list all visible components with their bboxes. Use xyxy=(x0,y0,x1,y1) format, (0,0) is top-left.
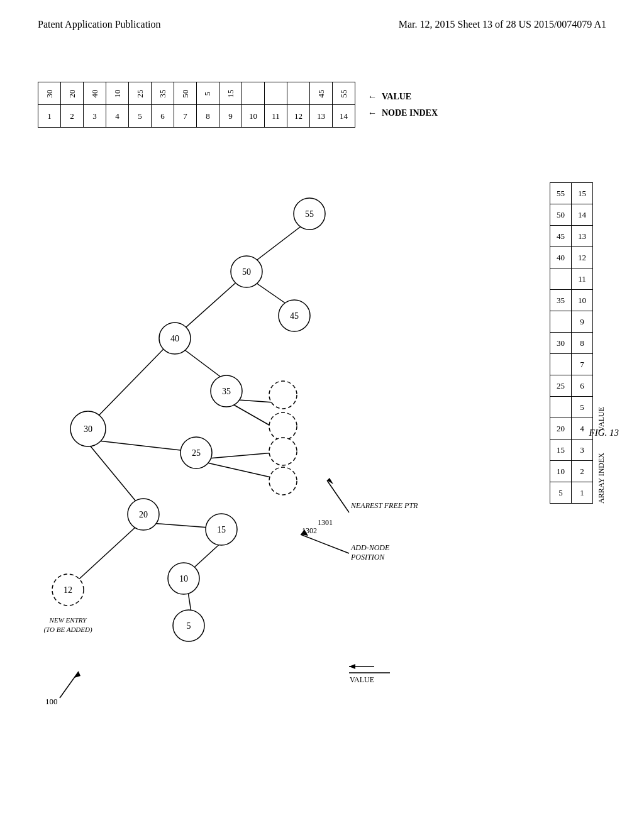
svg-text:40: 40 xyxy=(170,334,179,343)
table-row: 308 xyxy=(550,333,593,354)
top-array-section: 30 20 40 10 25 35 50 5 15 45 55 1234567 … xyxy=(38,82,438,128)
table-row: 51 xyxy=(550,482,593,504)
svg-line-45 xyxy=(60,672,79,698)
svg-text:ADD-NODE: ADD-NODE xyxy=(350,543,390,552)
page-header: Patent Application Publication Mar. 12, … xyxy=(0,0,644,36)
table-row: 11 xyxy=(550,268,593,290)
header-right: Mar. 12, 2015 Sheet 13 of 28 US 2015/007… xyxy=(399,19,606,30)
svg-line-7 xyxy=(93,440,192,451)
svg-point-31 xyxy=(269,438,297,465)
table-row: 204 xyxy=(550,418,593,440)
svg-text:100: 100 xyxy=(45,697,58,706)
svg-text:20: 20 xyxy=(139,510,148,519)
svg-text:12: 12 xyxy=(64,585,72,595)
svg-text:30: 30 xyxy=(84,424,92,434)
table-row: 4513 xyxy=(550,226,593,247)
main-diagram: 55 50 45 40 35 30 25 20 15 10 5 12 NEW E… xyxy=(0,163,516,792)
table-row: 256 xyxy=(550,375,593,397)
svg-text:VALUE: VALUE xyxy=(350,675,374,684)
svg-text:50: 50 xyxy=(242,267,251,277)
fig-label: FIG. 13 xyxy=(589,428,619,438)
svg-text:10: 10 xyxy=(179,574,188,584)
table-row: 3510 xyxy=(550,290,593,311)
right-table-container: 5515 5014 4513 4012 11 3510 9 308 7 256 xyxy=(550,182,606,504)
svg-text:45: 45 xyxy=(290,311,299,321)
header-left: Patent Application Publication xyxy=(38,19,161,30)
value-row: 30 20 40 10 25 35 50 5 15 45 55 xyxy=(38,82,355,105)
svg-line-8 xyxy=(88,443,142,508)
svg-line-4 xyxy=(93,346,167,421)
svg-point-26 xyxy=(269,412,297,440)
svg-text:5: 5 xyxy=(187,621,191,631)
svg-text:POSITION: POSITION xyxy=(350,553,385,562)
svg-text:25: 25 xyxy=(192,448,201,458)
right-data-table: 5515 5014 4513 4012 11 3510 9 308 7 256 xyxy=(550,182,593,504)
table-row: 5 xyxy=(550,397,593,418)
svg-line-10 xyxy=(204,462,274,478)
svg-line-6 xyxy=(230,402,274,428)
svg-point-25 xyxy=(269,381,297,409)
svg-marker-46 xyxy=(74,672,80,678)
node-index-label: ← NODE INDEX xyxy=(368,108,438,118)
value-index-table: 30 20 40 10 25 35 50 5 15 45 55 1234567 … xyxy=(38,82,355,128)
table-row: 7 xyxy=(550,354,593,375)
table-row: 9 xyxy=(550,311,593,333)
svg-line-12 xyxy=(74,526,137,584)
svg-line-48 xyxy=(327,480,349,512)
svg-text:NEW ENTRY: NEW ENTRY xyxy=(49,616,88,624)
svg-text:35: 35 xyxy=(222,387,231,396)
svg-point-32 xyxy=(269,467,297,495)
array-index-col-label: ARRAY INDEX xyxy=(597,453,606,504)
svg-line-0 xyxy=(252,223,305,264)
index-row: 1234567 891011121314 xyxy=(38,105,355,128)
table-row: 4012 xyxy=(550,247,593,268)
table-row: 102 xyxy=(550,461,593,482)
table-row: 5515 xyxy=(550,183,593,204)
value-label: ← VALUE xyxy=(368,92,438,102)
svg-marker-60 xyxy=(349,664,355,669)
svg-text:55: 55 xyxy=(305,209,314,219)
svg-text:NEAREST FREE PTR: NEAREST FREE PTR xyxy=(350,501,418,510)
svg-text:(TO BE ADDED): (TO BE ADDED) xyxy=(43,626,92,634)
svg-text:1301: 1301 xyxy=(318,518,333,527)
table-row: 5014 xyxy=(550,204,593,226)
svg-line-53 xyxy=(301,534,349,553)
table-row: 153 xyxy=(550,440,593,461)
svg-text:15: 15 xyxy=(217,525,226,534)
svg-line-2 xyxy=(179,280,239,333)
